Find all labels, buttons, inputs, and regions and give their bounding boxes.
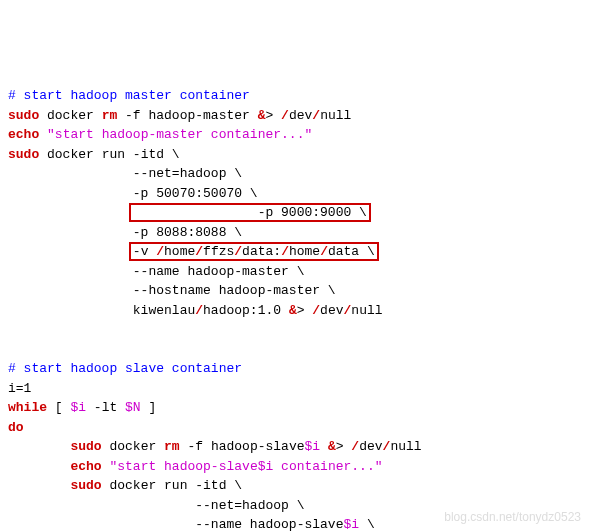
text: docker	[102, 439, 164, 454]
code-block: # start hadoop master container sudo doc…	[8, 86, 583, 532]
text: --name hadoop-slave	[8, 517, 343, 532]
slash: /	[351, 439, 359, 454]
text: docker run -itd \	[102, 478, 242, 493]
keyword-sudo: sudo	[70, 439, 101, 454]
slash: /	[281, 108, 289, 123]
highlighted-line-2: -v /home/ffzs/data:/home/data \	[8, 244, 379, 259]
text: null	[351, 303, 382, 318]
slash: /	[312, 108, 320, 123]
string: "start hadoop-master container..."	[47, 127, 312, 142]
text: hadoop:1.0	[203, 303, 289, 318]
text: -lt	[86, 400, 125, 415]
text: -p 50070:50070 \	[8, 186, 258, 201]
var: $i	[70, 400, 86, 415]
text: dev	[320, 303, 343, 318]
amp: &	[328, 439, 336, 454]
gt: >	[336, 439, 352, 454]
amp: &	[258, 108, 266, 123]
text: [	[47, 400, 70, 415]
text: --name hadoop-master \	[8, 264, 304, 279]
keyword-rm: rm	[102, 108, 118, 123]
string: container..."	[273, 459, 382, 474]
var: $i	[258, 459, 274, 474]
comment-line: # start hadoop master container	[8, 88, 250, 103]
text: kiwenlau	[8, 303, 195, 318]
text: -f hadoop-master	[117, 108, 257, 123]
pad	[8, 478, 70, 493]
text: -f hadoop-slave	[180, 439, 305, 454]
text: null	[390, 439, 421, 454]
highlight-box: -v /home/ffzs/data:/home/data \	[129, 242, 379, 261]
text: docker	[39, 108, 101, 123]
keyword-while: while	[8, 400, 47, 415]
comment-line: # start hadoop slave container	[8, 361, 242, 376]
keyword-rm: rm	[164, 439, 180, 454]
text: dev	[289, 108, 312, 123]
text: docker run -itd \	[39, 147, 179, 162]
highlight-box: -p 9000:9000 \	[129, 203, 371, 222]
text: --hostname hadoop-master \	[8, 283, 336, 298]
pad	[8, 439, 70, 454]
watermark: blog.csdn.net/tonydz0523	[444, 508, 581, 526]
text: --net=hadoop \	[8, 166, 242, 181]
pad	[8, 459, 70, 474]
text: i=1	[8, 381, 31, 396]
gt: >	[297, 303, 313, 318]
slash: /	[195, 303, 203, 318]
text: ]	[141, 400, 157, 415]
keyword-sudo: sudo	[8, 108, 39, 123]
var: $i	[343, 517, 359, 532]
text: -v	[133, 244, 156, 259]
amp: &	[289, 303, 297, 318]
keyword-echo: echo	[70, 459, 101, 474]
keyword-sudo: sudo	[70, 478, 101, 493]
text: \	[359, 517, 375, 532]
highlighted-line-1: -p 9000:9000 \	[8, 205, 371, 220]
var: $i	[305, 439, 321, 454]
text: null	[320, 108, 351, 123]
keyword-do: do	[8, 420, 24, 435]
var: $N	[125, 400, 141, 415]
keyword-echo: echo	[8, 127, 39, 142]
slash: /	[312, 303, 320, 318]
string: "start hadoop-slave	[109, 459, 257, 474]
space	[39, 127, 47, 142]
text: -p 8088:8088 \	[8, 225, 242, 240]
keyword-sudo: sudo	[8, 147, 39, 162]
text: --net=hadoop \	[8, 498, 304, 513]
gt: >	[266, 108, 282, 123]
text: dev	[359, 439, 382, 454]
